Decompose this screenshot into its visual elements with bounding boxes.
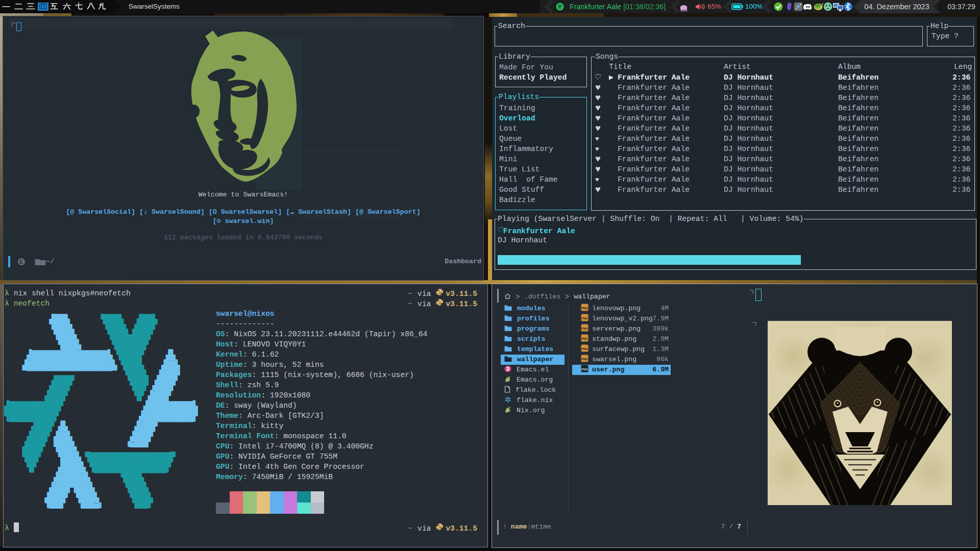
svg-text:PNG: PNG [581, 358, 588, 361]
svg-text:PNG: PNG [581, 327, 588, 330]
svg-text:PNG: PNG [581, 347, 588, 350]
svg-text:PNG: PNG [581, 307, 588, 310]
svg-text:PNG: PNG [581, 337, 588, 340]
svg-text:PNG: PNG [581, 368, 588, 371]
svg-text:PNG: PNG [581, 317, 588, 320]
svg-text:E: E [19, 259, 23, 265]
